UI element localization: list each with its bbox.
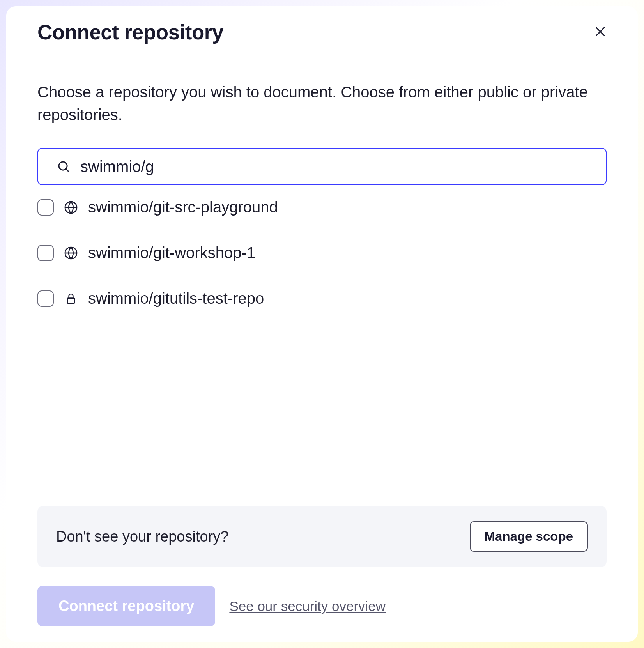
globe-icon (64, 200, 78, 214)
hint-box: Don't see your repository? Manage scope (37, 506, 607, 567)
repo-checkbox[interactable] (37, 199, 54, 216)
repo-item[interactable]: swimmio/git-workshop-1 (37, 244, 607, 262)
modal-header: Connect repository (6, 6, 638, 58)
repo-name: swimmio/gitutils-test-repo (88, 290, 264, 307)
repo-item[interactable]: swimmio/gitutils-test-repo (37, 290, 607, 307)
modal-footer: Connect repository See our security over… (37, 586, 607, 626)
lock-icon (64, 292, 78, 306)
repo-name: swimmio/git-src-playground (88, 198, 278, 216)
close-button[interactable] (591, 23, 610, 42)
security-overview-link[interactable]: See our security overview (229, 598, 386, 614)
repo-name: swimmio/git-workshop-1 (88, 244, 255, 262)
search-wrap (37, 148, 607, 185)
svg-line-3 (66, 169, 68, 172)
repo-search-input[interactable] (37, 148, 607, 185)
repo-checkbox[interactable] (37, 290, 54, 307)
close-icon (594, 25, 607, 39)
modal-description: Choose a repository you wish to document… (37, 81, 607, 126)
spacer (37, 307, 607, 495)
svg-rect-6 (67, 298, 75, 303)
repo-checkbox[interactable] (37, 245, 54, 261)
hint-text: Don't see your repository? (56, 528, 228, 545)
modal-title: Connect repository (37, 20, 223, 44)
modal-body: Choose a repository you wish to document… (6, 58, 638, 642)
connect-repository-button[interactable]: Connect repository (37, 586, 215, 626)
manage-scope-button[interactable]: Manage scope (470, 521, 588, 552)
connect-repository-modal: Connect repository Choose a repository y… (6, 6, 638, 642)
search-icon (57, 160, 70, 173)
repo-item[interactable]: swimmio/git-src-playground (37, 198, 607, 216)
repo-list: swimmio/git-src-playground swimmio/git-w… (37, 198, 607, 307)
globe-icon (64, 246, 78, 260)
